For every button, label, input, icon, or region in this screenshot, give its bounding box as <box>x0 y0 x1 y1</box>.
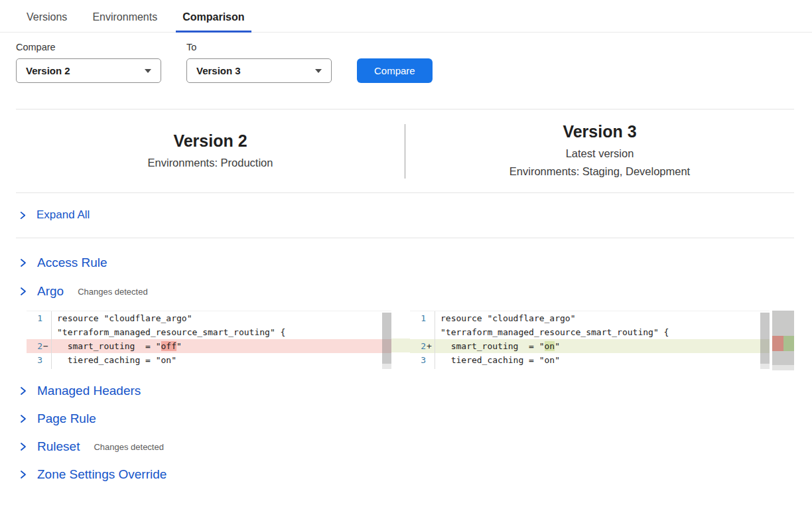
compare-from-field: Compare Version 2 <box>16 42 161 83</box>
divider <box>16 238 794 238</box>
section-argo[interactable]: ArgoChanges detected <box>18 282 812 301</box>
version-right-title: Version 3 <box>563 122 636 141</box>
expand-all-label: Expand All <box>36 208 90 222</box>
section-access-rule[interactable]: Access Rule <box>18 254 812 272</box>
diff-connector <box>391 338 410 352</box>
chevron-right-icon <box>18 258 29 268</box>
version-left-header: Version 2 Environments: Production <box>16 122 405 181</box>
compare-to-value: Version 3 <box>196 65 241 76</box>
line-gutter: 3 <box>27 353 52 367</box>
code-text: } <box>435 367 446 369</box>
code-line: 1resource "cloudflare_argo" <box>27 311 391 325</box>
code-line: 2− smart_routing = "off" <box>27 339 391 353</box>
diff-pane-right: 1resource "cloudflare_argo""terraform_ma… <box>410 311 770 369</box>
minimap-track-end <box>772 365 794 370</box>
tabs-bar: VersionsEnvironmentsComparison <box>0 0 812 33</box>
line-gutter <box>410 367 435 369</box>
code-text: "terraform_managed_resource_smart_routin… <box>52 325 285 339</box>
compare-to-select[interactable]: Version 3 <box>186 58 332 83</box>
compare-form: Compare Version 2 To Version 3 Compare <box>16 42 812 83</box>
scrollbar-track[interactable] <box>382 364 391 369</box>
line-gutter <box>27 325 52 339</box>
tab-versions[interactable]: Versions <box>27 11 67 32</box>
sections-top: Access RuleArgoChanges detected <box>0 254 812 301</box>
chevron-right-icon <box>18 210 28 220</box>
code-line: } <box>27 367 391 369</box>
section-label: Access Rule <box>37 256 107 270</box>
code-text: smart_routing = "on" <box>435 339 560 353</box>
section-label: Zone Settings Override <box>37 467 167 482</box>
version-right-environments: Environments: Staging, Development <box>509 163 690 181</box>
line-gutter: 2− <box>27 339 52 353</box>
caret-down-icon <box>145 69 151 73</box>
line-gutter: 3 <box>410 353 435 367</box>
code-text: tiered_caching = "on" <box>435 353 560 367</box>
tab-environments[interactable]: Environments <box>92 11 157 32</box>
chevron-right-icon <box>18 386 29 396</box>
section-page-rule[interactable]: Page Rule <box>18 410 812 428</box>
scrollbar-thumb[interactable] <box>382 313 391 364</box>
expand-all[interactable]: Expand All <box>18 206 812 224</box>
code-text: tiered_caching = "on" <box>52 353 176 367</box>
chevron-right-icon <box>18 286 29 297</box>
line-gutter <box>410 325 435 339</box>
version-left-environments: Environments: Production <box>148 154 273 172</box>
caret-down-icon <box>315 69 322 73</box>
version-left-title: Version 2 <box>173 131 247 151</box>
compare-from-select[interactable]: Version 2 <box>16 58 161 83</box>
chevron-right-icon <box>18 413 29 424</box>
line-gutter: 1 <box>410 311 435 325</box>
version-headers: Version 2 Environments: Production Versi… <box>0 110 812 192</box>
compare-button[interactable]: Compare <box>357 58 433 83</box>
section-zone-settings-override[interactable]: Zone Settings Override <box>18 465 812 484</box>
diff-pane-left: 1resource "cloudflare_argo""terraform_ma… <box>27 311 391 369</box>
scrollbar-track[interactable] <box>760 364 770 369</box>
chevron-right-icon <box>18 441 29 452</box>
code-text: "terraform_managed_resource_smart_routin… <box>435 325 669 339</box>
code-text: resource "cloudflare_argo" <box>52 311 192 325</box>
line-gutter <box>27 367 52 369</box>
section-label: Argo <box>37 284 64 299</box>
minimap-added-marker <box>783 336 794 351</box>
code-text: smart_routing = "off" <box>52 339 182 353</box>
code-line: "terraform_managed_resource_smart_routin… <box>27 325 391 339</box>
divider <box>16 192 794 193</box>
code-line: } <box>410 367 770 369</box>
section-ruleset[interactable]: RulesetChanges detected <box>18 437 812 456</box>
minimap-removed-marker <box>772 336 783 351</box>
changes-detected-badge: Changes detected <box>94 442 164 452</box>
code-line: 3 tiered_caching = "on" <box>410 353 770 367</box>
diff-minimap <box>772 311 794 370</box>
code-text: resource "cloudflare_argo" <box>435 311 576 325</box>
code-line: 3 tiered_caching = "on" <box>27 353 391 367</box>
sections-bottom: Managed HeadersPage RuleRulesetChanges d… <box>0 382 812 484</box>
scrollbar-thumb[interactable] <box>760 313 770 364</box>
section-label: Ruleset <box>37 439 80 454</box>
code-line: "terraform_managed_resource_smart_routin… <box>410 325 770 339</box>
line-gutter: 1 <box>27 311 52 325</box>
section-managed-headers[interactable]: Managed Headers <box>18 382 812 400</box>
code-text: } <box>52 367 62 369</box>
version-right-header: Version 3 Latest version Environments: S… <box>405 122 794 181</box>
compare-from-value: Version 2 <box>26 65 70 76</box>
compare-label: Compare <box>16 42 161 52</box>
diff-view: 1resource "cloudflare_argo""terraform_ma… <box>27 311 812 370</box>
version-right-subtitle: Latest version <box>566 145 634 163</box>
section-label: Managed Headers <box>37 384 141 398</box>
code-line: 1resource "cloudflare_argo" <box>410 311 770 325</box>
tab-comparison[interactable]: Comparison <box>182 11 244 32</box>
chevron-right-icon <box>18 469 29 480</box>
line-gutter: 2+ <box>410 339 435 353</box>
code-line: 2+ smart_routing = "on" <box>410 339 770 353</box>
section-label: Page Rule <box>37 411 96 426</box>
changes-detected-badge: Changes detected <box>78 287 148 297</box>
to-label: To <box>186 42 332 52</box>
compare-to-field: To Version 3 <box>186 42 332 83</box>
